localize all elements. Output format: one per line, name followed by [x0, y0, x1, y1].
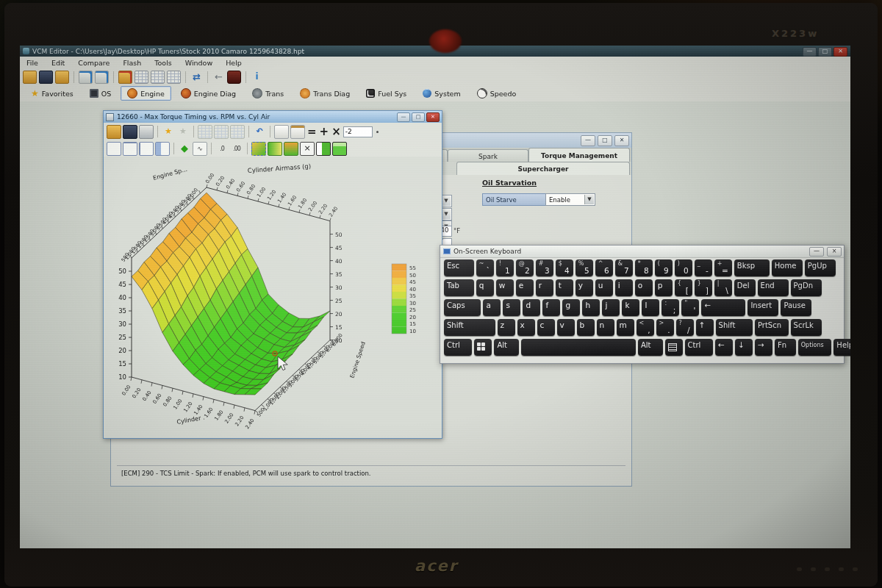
key-tab[interactable]: Tab	[444, 279, 474, 296]
editor-maximize-button[interactable]: □	[598, 135, 612, 146]
key-t[interactable]: t	[556, 279, 573, 296]
key-i[interactable]: i	[615, 279, 633, 296]
key-v[interactable]: v	[557, 319, 575, 336]
graph-line-icon[interactable]: ∿	[193, 142, 207, 156]
monitor-buttons[interactable]	[797, 567, 858, 571]
key-'[interactable]: "'	[681, 299, 699, 316]
key-a[interactable]: a	[483, 299, 501, 316]
decimal-decrease-icon[interactable]: .0	[215, 143, 229, 155]
plot-titlebar[interactable]: 12660 - Max Torque Timing vs. RPM vs. Cy…	[104, 111, 442, 123]
graph-surface-icon[interactable]: ◆	[178, 143, 191, 155]
tab-engine[interactable]: Engine	[121, 86, 171, 101]
key-d[interactable]: d	[523, 299, 540, 316]
key-x[interactable]: x	[517, 319, 535, 336]
resync-icon[interactable]: ⇄	[190, 71, 203, 83]
menu-window[interactable]: Window	[179, 59, 219, 67]
pane-split-h-icon[interactable]	[123, 142, 137, 156]
write-vehicle-icon[interactable]	[95, 71, 109, 84]
plot-close-button[interactable]: ✕	[426, 112, 440, 122]
flash-device-icon[interactable]	[227, 71, 241, 84]
surface-chart[interactable]: 1015202530354045501015202530354045505001…	[104, 157, 442, 438]
print-icon[interactable]	[139, 125, 154, 139]
key-u[interactable]: u	[595, 279, 613, 296]
key-del[interactable]: Del	[734, 279, 756, 296]
tab-os[interactable]: OS	[83, 87, 118, 100]
key-ctrl[interactable]: Ctrl	[685, 339, 713, 356]
key-arrow-right[interactable]: →	[755, 339, 772, 356]
key-[[interactable]: {[	[675, 279, 692, 296]
copy-icon[interactable]	[274, 125, 289, 139]
key-z[interactable]: z	[498, 319, 515, 336]
key-p[interactable]: p	[655, 279, 673, 296]
tab-supercharger[interactable]: Supercharger	[456, 162, 630, 175]
key-fn[interactable]: Fn	[775, 339, 796, 356]
table-view-2-icon[interactable]	[151, 71, 165, 84]
tab-speedo[interactable]: Speedo	[470, 86, 523, 101]
key-shift[interactable]: Shift	[716, 319, 753, 336]
key-esc[interactable]: Esc	[444, 259, 474, 276]
plot-minimize-button[interactable]: —	[397, 112, 410, 122]
osk-minimize-button[interactable]: —	[809, 247, 824, 257]
surface-grid-icon[interactable]	[332, 142, 347, 156]
menu-help[interactable]: Help	[219, 59, 248, 67]
key-b[interactable]: b	[577, 319, 595, 336]
key-q[interactable]: q	[476, 279, 494, 296]
table-2-icon[interactable]	[214, 125, 229, 139]
menu-compare[interactable]: Compare	[71, 59, 116, 67]
key-prtscn[interactable]: PrtScn	[755, 319, 789, 336]
key-scrlk[interactable]: ScrLk	[791, 319, 822, 336]
key-k[interactable]: k	[622, 299, 639, 316]
menu-flash[interactable]: Flash	[116, 59, 148, 67]
surface-mirror-icon[interactable]	[268, 142, 282, 156]
tab-trans-diag[interactable]: Trans Diag	[293, 86, 356, 101]
table-view-3-icon[interactable]	[167, 71, 181, 84]
key-m[interactable]: m	[617, 319, 634, 336]
editor-close-button[interactable]: ✕	[614, 135, 629, 146]
key-f[interactable]: f	[542, 299, 560, 316]
key-g[interactable]: g	[562, 299, 580, 316]
menu-file[interactable]: File	[20, 59, 45, 67]
menu-tools[interactable]: Tools	[148, 59, 178, 67]
pane-full-icon[interactable]	[107, 142, 121, 156]
surface-select-icon[interactable]	[251, 142, 266, 156]
favorite-remove-icon[interactable]: ★	[176, 126, 190, 138]
key-/[interactable]: ?/	[676, 319, 694, 336]
key-=[interactable]: +=	[714, 259, 732, 276]
favorite-add-icon[interactable]: ★	[162, 126, 175, 138]
oil-starve-dropdown[interactable]: Enable ▼	[545, 193, 595, 206]
key-alt[interactable]: Alt	[494, 339, 519, 356]
key-space[interactable]	[521, 339, 636, 356]
key-7[interactable]: &7	[615, 259, 633, 276]
save-icon[interactable]	[39, 71, 53, 84]
key-8[interactable]: *8	[635, 259, 653, 276]
table-1-icon[interactable]	[198, 125, 212, 139]
save-all-icon[interactable]	[55, 71, 69, 84]
key-1[interactable]: !1	[496, 259, 514, 276]
key-win[interactable]	[474, 339, 492, 356]
key-options[interactable]: Options	[798, 339, 832, 356]
read-vehicle-icon[interactable]	[79, 71, 93, 84]
key-0[interactable]: )0	[675, 259, 692, 276]
key-h[interactable]: h	[582, 299, 600, 316]
key-;[interactable]: :;	[662, 299, 679, 316]
editor-minimize-button[interactable]: —	[581, 135, 595, 146]
minimize-button[interactable]: —	[803, 47, 817, 57]
maximize-button[interactable]: □	[818, 47, 832, 57]
key-][interactable]: }]	[695, 279, 712, 296]
key-y[interactable]: y	[576, 279, 593, 296]
key-r[interactable]: r	[536, 279, 553, 296]
menu-edit[interactable]: Edit	[45, 59, 71, 67]
key-w[interactable]: w	[496, 279, 514, 296]
key-arrow-left[interactable]: ←	[715, 339, 733, 356]
tab-spark[interactable]: Spark	[448, 149, 528, 162]
key-\[interactable]: |\	[714, 279, 732, 296]
tab-torque-management[interactable]: Torque Management	[528, 148, 630, 162]
open-icon[interactable]	[107, 125, 121, 139]
back-icon[interactable]: ←	[212, 71, 225, 83]
surface-box-icon[interactable]	[316, 142, 331, 156]
key-j[interactable]: j	[602, 299, 620, 316]
key-.[interactable]: >.	[656, 319, 674, 336]
osk-titlebar[interactable]: On-Screen Keyboard — ×	[440, 245, 844, 258]
set-equal-op[interactable]: =	[307, 126, 317, 137]
key-alt[interactable]: Alt	[638, 339, 663, 356]
